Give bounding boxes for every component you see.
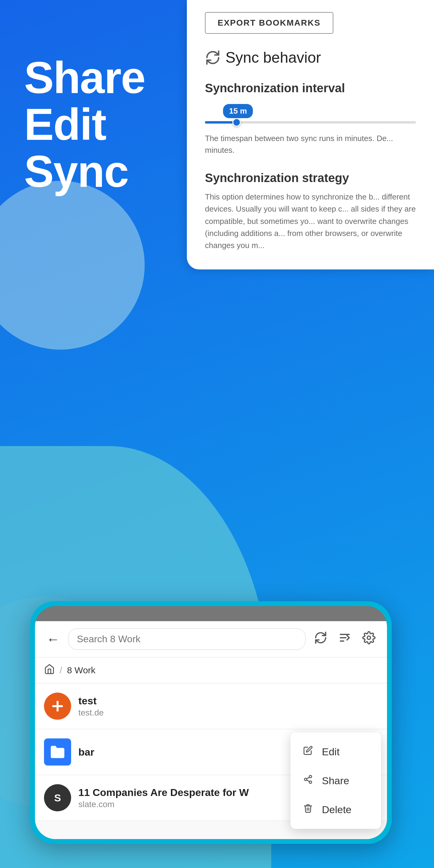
- svg-line-9: [307, 780, 309, 781]
- breadcrumb: / 8 Work: [35, 658, 387, 684]
- sync-strategy-description: This option determines how to synchroniz…: [205, 191, 416, 251]
- refresh-icon[interactable]: [312, 629, 330, 650]
- settings-icon[interactable]: [360, 629, 378, 650]
- hero-text-block: Share Edit Sync: [24, 54, 145, 195]
- search-input[interactable]: [68, 628, 306, 650]
- breadcrumb-separator: /: [60, 665, 62, 675]
- sync-interval-title: Synchronization interval: [205, 82, 416, 95]
- delete-icon: [303, 804, 313, 815]
- sort-icon[interactable]: [336, 629, 354, 650]
- slider-tooltip: 15 m: [223, 104, 253, 118]
- phone-inner: ←: [35, 606, 387, 839]
- sync-behavior-section-title: Sync behavior: [205, 49, 416, 66]
- context-menu-edit[interactable]: Edit: [290, 737, 381, 766]
- hero-line3: Sync: [24, 147, 128, 196]
- export-bookmarks-button[interactable]: EXPORT BOOKMARKS: [205, 12, 333, 34]
- sync-behavior-icon: [205, 50, 221, 65]
- hero-line2: Edit: [24, 99, 106, 149]
- list-item[interactable]: bar Edit: [35, 730, 387, 775]
- sync-interval-slider-container: 15 m: [205, 104, 416, 124]
- slider-fill: [205, 121, 237, 124]
- breadcrumb-home-icon[interactable]: [44, 664, 55, 677]
- edit-icon: [303, 746, 313, 758]
- item-subtitle: test.de: [79, 708, 378, 718]
- context-menu-edit-label: Edit: [322, 746, 340, 758]
- item-icon-slate: S: [44, 784, 71, 811]
- svg-point-3: [367, 636, 371, 640]
- slider-thumb[interactable]: [232, 118, 241, 127]
- app-toolbar: ←: [35, 621, 387, 658]
- context-menu-share-label: Share: [322, 775, 349, 786]
- item-icon-folder: [44, 738, 71, 766]
- context-menu-delete[interactable]: Delete: [290, 795, 381, 824]
- sync-interval-description: The timespan between two sync runs in mi…: [205, 133, 416, 156]
- list-item[interactable]: test test.de: [35, 684, 387, 730]
- slider-track[interactable]: [205, 121, 416, 124]
- sync-behavior-label: Sync behavior: [225, 49, 321, 66]
- sync-strategy-title: Synchronization strategy: [205, 171, 416, 185]
- phone-outer-frame: ←: [30, 601, 392, 844]
- share-icon: [303, 775, 313, 786]
- item-title: test: [79, 695, 378, 707]
- back-button[interactable]: ←: [44, 629, 62, 649]
- svg-text:S: S: [54, 792, 61, 804]
- phone-app-content: ←: [35, 621, 387, 839]
- context-menu-share[interactable]: Share: [290, 766, 381, 795]
- breadcrumb-current-folder: 8 Work: [67, 665, 95, 675]
- hero-line1: Share: [24, 53, 145, 102]
- context-menu-delete-label: Delete: [322, 804, 351, 815]
- svg-line-10: [307, 777, 309, 779]
- phone-status-bar: [35, 606, 387, 621]
- context-menu: Edit: [290, 733, 381, 829]
- phone-mockup: ←: [30, 601, 392, 844]
- settings-panel: EXPORT BOOKMARKS Sync behavior Synchroni…: [187, 0, 434, 270]
- item-icon-testde: [44, 692, 71, 720]
